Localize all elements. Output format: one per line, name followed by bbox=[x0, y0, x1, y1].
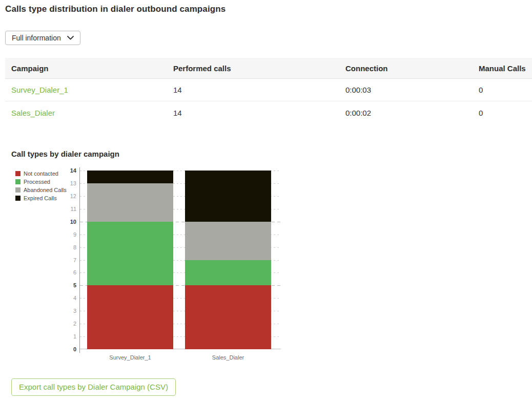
y-tick-label: 12 bbox=[61, 193, 76, 199]
y-tick-label: 5 bbox=[61, 282, 76, 288]
y-tick-label: 7 bbox=[61, 257, 76, 263]
y-tick-label: 13 bbox=[61, 180, 76, 186]
export-csv-button[interactable]: Export call types by Dialer Campaign (CS… bbox=[11, 378, 176, 396]
report-page: Calls type distribution in dialer outbou… bbox=[0, 0, 532, 403]
campaign-link[interactable]: Survey_Dialer_1 bbox=[11, 86, 68, 94]
legend-label: Abandoned Calls bbox=[24, 187, 67, 193]
bar-segment-expired-calls[interactable] bbox=[185, 171, 271, 222]
manual-calls-value: 0 bbox=[479, 86, 532, 94]
y-tick-label: 1 bbox=[61, 333, 76, 340]
y-tick-label: 8 bbox=[61, 244, 76, 250]
info-mode-select-value: Full information bbox=[12, 34, 61, 42]
y-tick-label: 0 bbox=[61, 346, 76, 352]
legend-swatch bbox=[15, 196, 21, 201]
table-row: Survey_Dialer_1 14 0:00:03 0 bbox=[5, 79, 532, 101]
bar-segment-not-contacted[interactable] bbox=[185, 285, 271, 349]
y-tick-label: 6 bbox=[61, 269, 76, 275]
legend-label: Processed bbox=[24, 179, 50, 185]
legend-label: Not contacted bbox=[24, 171, 58, 177]
legend-swatch bbox=[15, 187, 21, 193]
chart-plot bbox=[80, 171, 281, 349]
x-tick-label: Sales_Dialer bbox=[212, 354, 244, 360]
info-mode-select[interactable]: Full information bbox=[5, 31, 80, 45]
bar-segment-processed[interactable] bbox=[185, 260, 271, 286]
chart-section-title: Call types by dialer campaign bbox=[11, 150, 532, 158]
bar-segment-expired-calls[interactable] bbox=[87, 171, 173, 183]
stacked-bar-Sales_Dialer bbox=[185, 171, 271, 349]
y-tick-label: 9 bbox=[61, 231, 76, 238]
column-header-performed-calls: Performed calls bbox=[173, 64, 345, 73]
bar-segment-abandoned-calls[interactable] bbox=[87, 183, 173, 222]
manual-calls-value: 0 bbox=[479, 109, 532, 117]
campaigns-table-header: Campaign Performed calls Connection Manu… bbox=[5, 58, 532, 79]
performed-calls-value: 14 bbox=[173, 109, 345, 117]
bar-segment-not-contacted[interactable] bbox=[87, 285, 173, 349]
page-title: Calls type distribution in dialer outbou… bbox=[5, 4, 532, 14]
y-tick-label: 2 bbox=[61, 321, 76, 327]
y-tick-label: 4 bbox=[61, 295, 76, 301]
campaign-link[interactable]: Sales_Dialer bbox=[11, 109, 55, 117]
x-tick-label: Survey_Dialer_1 bbox=[109, 354, 151, 360]
connection-value: 0:00:03 bbox=[345, 86, 479, 94]
table-row: Sales_Dialer 14 0:00:02 0 bbox=[5, 101, 532, 124]
y-tick-label: 3 bbox=[61, 308, 76, 314]
legend-swatch bbox=[15, 171, 21, 176]
campaigns-table: Campaign Performed calls Connection Manu… bbox=[5, 58, 532, 124]
legend-item: Processed bbox=[15, 179, 67, 185]
chart-legend: Not contactedProcessedAbandoned CallsExp… bbox=[15, 171, 67, 203]
column-header-manual-calls: Manual Calls bbox=[479, 64, 532, 73]
legend-swatch bbox=[15, 179, 21, 184]
legend-item: Abandoned Calls bbox=[15, 187, 67, 193]
column-header-connection: Connection bbox=[345, 64, 479, 73]
column-header-campaign: Campaign bbox=[11, 64, 173, 73]
call-types-chart: Not contactedProcessedAbandoned CallsExp… bbox=[0, 166, 532, 366]
legend-item: Not contacted bbox=[15, 171, 67, 177]
legend-label: Expired Calls bbox=[24, 195, 57, 201]
bar-segment-abandoned-calls[interactable] bbox=[185, 222, 271, 260]
performed-calls-value: 14 bbox=[173, 86, 345, 94]
bar-segment-processed[interactable] bbox=[87, 222, 173, 286]
y-tick-label: 14 bbox=[61, 167, 76, 174]
chevron-down-icon bbox=[67, 36, 74, 40]
stacked-bar-Survey_Dialer_1 bbox=[87, 171, 173, 349]
connection-value: 0:00:02 bbox=[345, 109, 479, 117]
y-tick-label: 10 bbox=[61, 219, 76, 225]
legend-item: Expired Calls bbox=[15, 195, 67, 201]
y-tick-label: 11 bbox=[61, 206, 76, 212]
